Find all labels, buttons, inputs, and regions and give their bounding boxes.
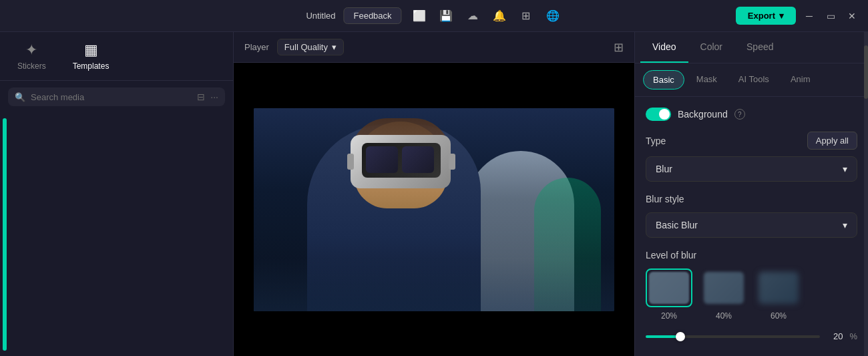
bg-figure [534,178,601,311]
minimize-button[interactable]: ─ [801,8,817,24]
sidebar-nav: ✦ Stickers ▦ Templates [0,32,233,81]
vr-lens-right [402,146,434,173]
sidebar: ✦ Stickers ▦ Templates 🔍 ⊟ ··· [0,32,234,356]
main-area: ✦ Stickers ▦ Templates 🔍 ⊟ ··· Player Fu… [0,32,868,356]
more-icon[interactable]: ··· [210,92,218,102]
blur-style-label: Blur style [646,194,857,204]
right-panel: Video Color Speed Basic Mask AI Tools An… [634,32,868,356]
cloud-upload-icon[interactable]: ☁ [463,7,482,25]
tab-speed[interactable]: Speed [734,32,785,63]
app-title: Untitled [306,11,335,21]
apply-all-button[interactable]: Apply all [807,132,857,150]
blur-option-60: 60% [755,269,802,321]
blur-option-40: 40% [700,269,747,321]
video-toolbar: Player Full Quality ▾ ⊞ [234,32,634,63]
sub-tab-basic[interactable]: Basic [643,70,684,90]
blur-thumb-40-inner [704,272,744,304]
image-icon[interactable]: ⊞ [614,40,624,55]
video-player [234,63,634,356]
sidebar-item-templates[interactable]: ▦ Templates [66,37,116,75]
vr-strap-left [347,154,354,170]
sidebar-item-label-stickers: Stickers [17,61,46,71]
sub-tab-ai-tools[interactable]: AI Tools [729,70,779,90]
blur-style-value: Basic Blur [656,220,698,230]
vr-lens-left [366,146,398,173]
maximize-button[interactable]: ▭ [823,8,839,24]
blur-label-60: 60% [771,311,787,321]
titlebar-right: Export ▾ ─ ▭ ✕ [736,7,860,25]
quality-label: Full Quality [284,42,328,52]
panel-sub-tabs: Basic Mask AI Tools Anim [635,63,868,97]
close-button[interactable]: ✕ [844,8,860,24]
blur-label-40: 40% [716,311,732,321]
type-row: Type Apply all [646,132,857,150]
save-icon[interactable]: 💾 [437,7,455,25]
video-frame [254,108,614,311]
globe-icon[interactable]: 🌐 [544,7,562,25]
panel-tabs: Video Color Speed [635,32,868,63]
toggle-knob [659,109,670,120]
quality-chevron-icon: ▾ [332,42,337,52]
grid-icon[interactable]: ⊞ [517,7,535,25]
search-icon: 🔍 [15,92,25,102]
export-button[interactable]: Export ▾ [736,7,796,25]
blur-thumb-60[interactable] [755,269,802,307]
blur-type-chevron-icon: ▾ [843,164,847,174]
scrollbar-thumb[interactable] [864,45,868,99]
blur-type-dropdown[interactable]: Blur ▾ [646,156,857,182]
slider-unit: % [849,331,857,341]
video-background [254,108,614,311]
video-area: Player Full Quality ▾ ⊞ [234,32,634,356]
bell-icon[interactable]: 🔔 [490,7,509,25]
templates-icon: ▦ [84,41,98,59]
scrollbar[interactable] [864,32,868,356]
filter-icon[interactable]: ⊟ [197,92,205,102]
chevron-down-icon: ▾ [779,11,784,21]
stickers-icon: ✦ [25,41,37,59]
slider-value: 20 [827,331,843,341]
tab-video[interactable]: Video [640,32,688,63]
slider-row: 20 % [646,331,857,341]
background-label: Background [678,109,728,120]
blur-option-20: 20% [646,269,692,321]
sidebar-item-stickers[interactable]: ✦ Stickers [11,37,53,75]
blur-thumb-40[interactable] [700,269,747,307]
sidebar-content [0,113,233,356]
blur-type-value: Blur [656,164,672,174]
blur-style-dropdown[interactable]: Basic Blur ▾ [646,212,857,238]
panel-content: Background ? Type Apply all Blur ▾ Blur … [635,97,868,356]
blur-label-20: 20% [661,311,677,321]
monitor-icon[interactable]: ⬜ [410,7,429,25]
titlebar: Untitled Feedback ⬜ 💾 ☁ 🔔 ⊞ 🌐 Export ▾ ─… [0,0,868,32]
blur-thumb-20-inner [649,272,689,304]
blur-style-chevron-icon: ▾ [843,220,847,230]
type-label: Type [646,136,666,146]
help-icon[interactable]: ? [734,109,745,120]
search-filter-icons: ⊟ ··· [197,92,218,102]
sub-tab-mask[interactable]: Mask [687,70,726,90]
background-toggle-row: Background ? [646,108,857,121]
blur-thumb-20[interactable] [646,269,692,307]
feedback-button[interactable]: Feedback [343,7,401,24]
search-bar: 🔍 ⊟ ··· [8,87,225,106]
sidebar-item-label-templates: Templates [73,61,110,71]
blur-slider[interactable] [646,335,820,338]
tab-color[interactable]: Color [688,32,734,63]
level-of-blur-label: Level of blur [646,250,857,260]
search-input[interactable] [31,92,192,102]
titlebar-center: Untitled Feedback ⬜ 💾 ☁ 🔔 ⊞ 🌐 [306,7,562,25]
quality-select[interactable]: Full Quality ▾ [277,39,344,55]
color-strip [3,118,7,351]
vr-strap-right [449,154,455,170]
background-toggle[interactable] [646,108,671,121]
slider-thumb[interactable] [676,332,685,341]
blur-options: 20% 40% 60% [646,269,857,321]
player-label: Player [244,42,269,52]
sub-tab-anim[interactable]: Anim [781,70,820,90]
blur-thumb-60-inner [758,272,799,304]
